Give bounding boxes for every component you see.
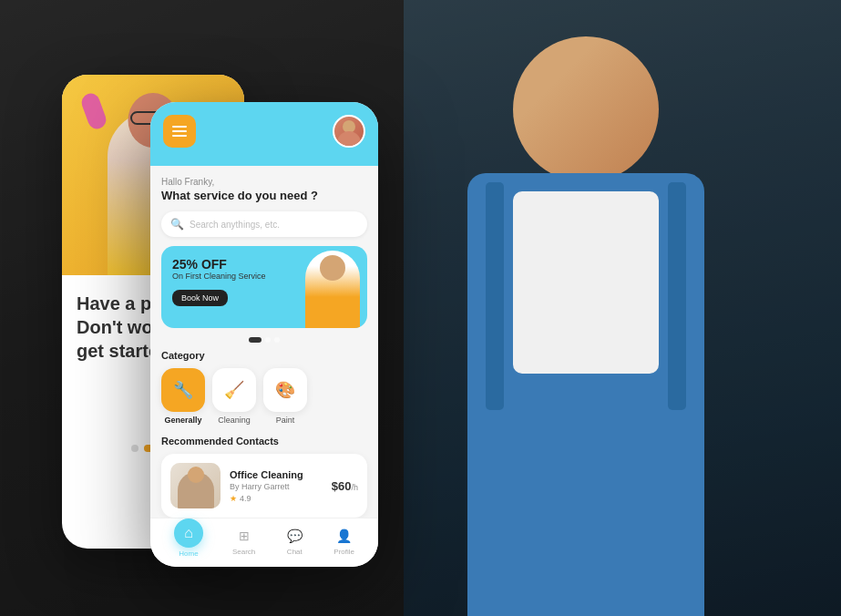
phone-content: Hallo Franky, What service do you need ?… bbox=[150, 166, 378, 529]
category-title: Category bbox=[161, 350, 367, 361]
promo-banner: 25% OFF On First Cleaning Service Book N… bbox=[161, 246, 367, 328]
search-placeholder: Search anythings, etc. bbox=[190, 220, 280, 230]
rec-author: By Harry Garrett bbox=[230, 482, 323, 491]
category-icon-paint: 🎨 bbox=[263, 368, 307, 412]
search-icon: 🔍 bbox=[170, 218, 184, 231]
menu-line-3 bbox=[172, 135, 187, 137]
banner-dot-1 bbox=[249, 337, 262, 343]
recommended-card[interactable]: Office Cleaning By Harry Garrett ★ 4.9 $… bbox=[161, 454, 367, 518]
profile-icon: 👤 bbox=[334, 526, 354, 546]
menu-button[interactable] bbox=[163, 115, 196, 148]
chat-icon: 💬 bbox=[284, 526, 304, 546]
avatar[interactable] bbox=[333, 115, 365, 148]
nav-item-profile[interactable]: 👤 Profile bbox=[333, 526, 354, 558]
nav-label-profile: Profile bbox=[333, 548, 354, 556]
category-label-cleaning: Cleaning bbox=[218, 416, 251, 425]
nav-label-home: Home bbox=[179, 549, 198, 558]
category-list: 🔧 Generally 🧹 Cleaning 🎨 Paint bbox=[161, 368, 367, 425]
handyman-shirt bbox=[513, 191, 659, 374]
category-label-paint: Paint bbox=[276, 416, 295, 425]
nav-item-home[interactable]: ⌂ Home bbox=[174, 526, 203, 558]
nav-label-chat: Chat bbox=[287, 548, 303, 556]
book-now-button[interactable]: Book Now bbox=[172, 290, 228, 306]
rec-price: $60/h bbox=[332, 479, 358, 493]
bottom-nav: ⌂ Home ⊞ Search 💬 Chat 👤 Profile bbox=[150, 518, 378, 567]
category-icon-cleaning: 🧹 bbox=[212, 368, 256, 412]
home-icon: ⌂ bbox=[174, 518, 203, 548]
greeting-sub: Hallo Franky, bbox=[161, 177, 367, 187]
greeting-main: What service do you need ? bbox=[161, 189, 367, 202]
rec-price-unit: /h bbox=[351, 483, 358, 492]
nav-label-search: Search bbox=[232, 548, 255, 556]
category-icon-generally: 🔧 bbox=[161, 368, 205, 412]
menu-line-1 bbox=[172, 126, 187, 128]
rec-info: Office Cleaning By Harry Garrett ★ 4.9 bbox=[230, 469, 323, 503]
banner-dot-3 bbox=[274, 337, 280, 343]
category-item-cleaning[interactable]: 🧹 Cleaning bbox=[212, 368, 256, 425]
phone-header bbox=[150, 102, 378, 166]
banner-dot-2 bbox=[265, 337, 271, 343]
search-bar[interactable]: 🔍 Search anythings, etc. bbox=[161, 211, 367, 237]
category-label-generally: Generally bbox=[164, 416, 201, 425]
banner-dots bbox=[161, 337, 367, 343]
rec-image bbox=[170, 463, 221, 508]
category-item-paint[interactable]: 🎨 Paint bbox=[263, 368, 307, 425]
search-nav-icon: ⊞ bbox=[234, 526, 254, 546]
coverall-right bbox=[486, 182, 504, 410]
rec-rating: ★ 4.9 bbox=[230, 494, 323, 503]
front-phone-card: Hallo Franky, What service do you need ?… bbox=[150, 102, 378, 567]
nav-item-chat[interactable]: 💬 Chat bbox=[284, 526, 304, 558]
handyman-head bbox=[513, 36, 659, 182]
nav-item-search[interactable]: ⊞ Search bbox=[232, 526, 255, 558]
recommended-title: Recommended Contacts bbox=[161, 436, 367, 447]
rec-price-value: $60 bbox=[332, 479, 352, 493]
rec-rating-value: 4.9 bbox=[240, 494, 251, 503]
category-item-generally[interactable]: 🔧 Generally bbox=[161, 368, 205, 425]
banner-person bbox=[305, 251, 360, 328]
coverall-left bbox=[668, 182, 686, 410]
menu-line-2 bbox=[172, 130, 187, 132]
rec-title: Office Cleaning bbox=[230, 469, 323, 480]
dot-1 bbox=[131, 445, 138, 452]
